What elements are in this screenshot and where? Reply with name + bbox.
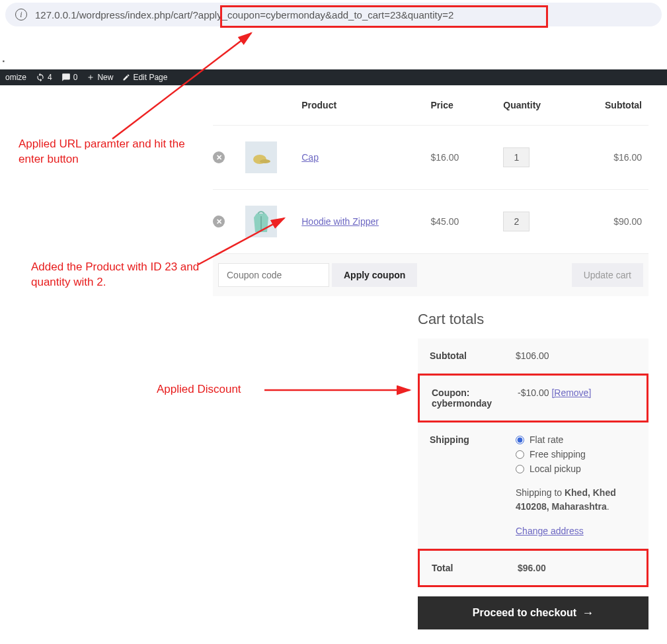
info-icon[interactable]: i (15, 9, 27, 20)
url-highlight-box (220, 5, 548, 26)
